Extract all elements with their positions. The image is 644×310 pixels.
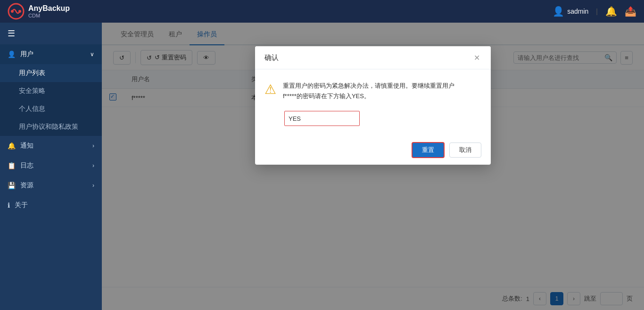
brand-name: AnyBackup — [28, 4, 70, 13]
svg-point-1 — [11, 10, 14, 13]
logs-arrow: › — [92, 162, 94, 169]
layout: ☰ 👤 用户 ∨ 用户列表 安全策略 个人信息 用户协议和隐私政策 🔔 通知 ›… — [0, 23, 644, 310]
resources-arrow: › — [92, 182, 94, 189]
dialog-close-button[interactable]: ✕ — [472, 53, 481, 62]
resources-icon: 💾 — [8, 182, 16, 189]
header-right: 👤 sadmin | 🔔 📤 — [553, 6, 636, 17]
sidebar-item-resources[interactable]: 💾 资源 › — [0, 176, 102, 195]
sidebar-item-logs[interactable]: 📋 日志 › — [0, 156, 102, 176]
header-divider: | — [596, 8, 598, 15]
cancel-button[interactable]: 取消 — [449, 142, 481, 158]
confirm-reset-button[interactable]: 重置 — [412, 142, 445, 158]
users-icon: 👤 — [8, 50, 16, 58]
sidebar-item-security-policy[interactable]: 安全策略 — [0, 82, 102, 100]
sidebar-about-label: 关于 — [15, 201, 28, 209]
user-info[interactable]: 👤 sadmin — [553, 6, 588, 17]
header: AnyBackup CDM 👤 sadmin | 🔔 📤 — [0, 0, 644, 23]
dialog-title: 确认 — [264, 53, 279, 62]
users-arrow: ∨ — [90, 51, 94, 58]
sidebar-users-label: 用户 — [20, 50, 33, 59]
notify-icon: 🔔 — [8, 142, 16, 150]
yes-input[interactable] — [284, 111, 360, 126]
sidebar-item-privacy[interactable]: 用户协议和隐私政策 — [0, 118, 102, 136]
warning-icon: ⚠ — [264, 82, 276, 97]
dialog-footer: 重置 取消 — [255, 135, 491, 165]
dialog-header: 确认 ✕ — [255, 46, 491, 69]
sidebar-resources-label: 资源 — [20, 181, 33, 190]
logo-text: AnyBackup CDM — [28, 4, 70, 19]
sidebar-item-about[interactable]: ℹ 关于 — [0, 195, 102, 215]
menu-toggle[interactable]: ☰ — [0, 23, 102, 44]
sidebar-item-notify[interactable]: 🔔 通知 › — [0, 136, 102, 156]
sidebar-sub-users: 用户列表 安全策略 个人信息 用户协议和隐私政策 — [0, 64, 102, 136]
about-icon: ℹ — [8, 201, 10, 209]
logout-icon[interactable]: 📤 — [625, 6, 636, 17]
sidebar-item-personal-info[interactable]: 个人信息 — [0, 100, 102, 118]
username-label: sadmin — [567, 8, 588, 15]
sidebar: ☰ 👤 用户 ∨ 用户列表 安全策略 个人信息 用户协议和隐私政策 🔔 通知 ›… — [0, 23, 102, 310]
brand-sub: CDM — [28, 13, 70, 19]
logo-icon — [8, 3, 25, 20]
overlay: 确认 ✕ ⚠ 重置用户的密码为紧急解决办法，请慎重使用。要继续重置用户f****… — [102, 23, 644, 310]
svg-point-2 — [18, 10, 21, 13]
dialog-body: ⚠ 重置用户的密码为紧急解决办法，请慎重使用。要继续重置用户f*****的密码请… — [255, 69, 491, 135]
confirm-dialog: 确认 ✕ ⚠ 重置用户的密码为紧急解决办法，请慎重使用。要继续重置用户f****… — [255, 46, 491, 165]
notify-arrow: › — [92, 142, 94, 149]
sidebar-notify-label: 通知 — [20, 142, 33, 150]
warning-text: 重置用户的密码为紧急解决办法，请慎重使用。要继续重置用户f*****的密码请在下… — [283, 81, 454, 101]
main-content: 安全管理员 租户 操作员 ↺ ↺ ↺ 重置密码 👁 🔍 ≡ — [102, 23, 644, 310]
sidebar-item-user-list[interactable]: 用户列表 — [0, 64, 102, 82]
sidebar-item-users[interactable]: 👤 用户 ∨ — [0, 44, 102, 64]
user-circle-icon: 👤 — [553, 6, 564, 17]
logo: AnyBackup CDM — [8, 3, 70, 20]
logs-icon: 📋 — [8, 162, 16, 169]
notification-icon[interactable]: 🔔 — [605, 6, 617, 17]
dialog-warning: ⚠ 重置用户的密码为紧急解决办法，请慎重使用。要继续重置用户f*****的密码请… — [264, 81, 481, 101]
sidebar-logs-label: 日志 — [20, 161, 33, 170]
